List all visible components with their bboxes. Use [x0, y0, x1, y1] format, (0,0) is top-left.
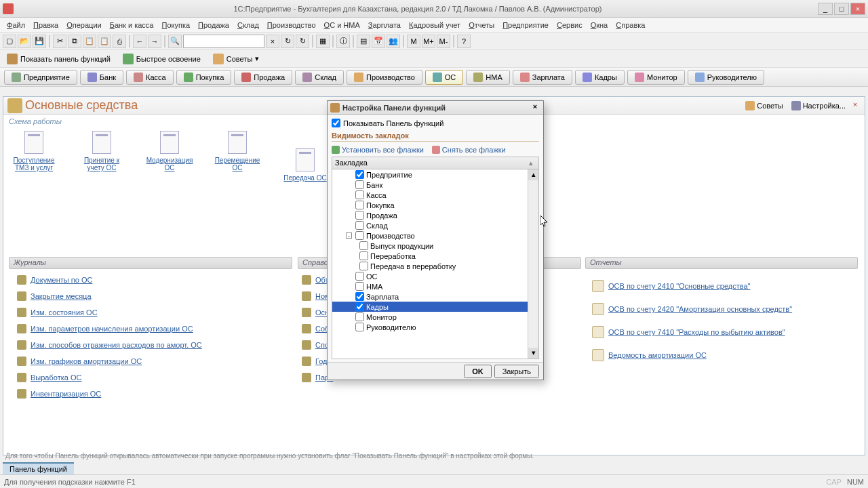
- show-panel-checkbox-row[interactable]: Показывать Панель функций: [332, 117, 539, 129]
- tree-node[interactable]: ОС: [332, 271, 538, 281]
- tips-button[interactable]: Советы ▾: [210, 52, 262, 66]
- close-page-button[interactable]: ×: [850, 100, 861, 111]
- tree-checkbox[interactable]: [359, 241, 368, 250]
- workflow-node[interactable]: Принятие к учету ОС: [78, 131, 125, 182]
- list-item[interactable]: ОСВ по счету 7410 "Расходы по выбытию ак…: [592, 321, 792, 344]
- tree-node[interactable]: НМА: [332, 281, 538, 291]
- scroll-down-button[interactable]: ▾: [528, 348, 538, 359]
- tree-node[interactable]: Зарплата: [332, 291, 538, 302]
- tree-node[interactable]: Переработка: [332, 251, 538, 261]
- panel-func-button[interactable]: Панель функций: [3, 462, 74, 474]
- calc-icon[interactable]: ▤: [357, 35, 370, 48]
- info-icon[interactable]: ⓘ: [336, 35, 350, 48]
- refresh-icon[interactable]: ↻: [281, 35, 294, 48]
- tree-checkbox[interactable]: [355, 201, 364, 209]
- tab-1[interactable]: Банк: [80, 70, 123, 85]
- workflow-node[interactable]: Модернизация ОС: [146, 131, 193, 182]
- tree-checkbox[interactable]: [355, 180, 364, 189]
- quick-start-button[interactable]: Быстрое освоение: [120, 52, 203, 66]
- paste-2-icon[interactable]: 📋: [98, 35, 111, 48]
- menu-item[interactable]: Предприятие: [498, 20, 553, 30]
- ok-button[interactable]: OK: [464, 365, 492, 378]
- m-plus-icon[interactable]: M+: [422, 35, 435, 48]
- tree-node[interactable]: Покупка: [332, 200, 538, 210]
- tab-5[interactable]: Склад: [295, 70, 344, 85]
- menu-item[interactable]: Правка: [29, 20, 62, 30]
- open-icon[interactable]: 📂: [18, 35, 31, 48]
- dialog-close-button[interactable]: ×: [530, 102, 540, 113]
- tree-node[interactable]: Касса: [332, 190, 538, 200]
- menu-item[interactable]: Зарплата: [364, 20, 405, 30]
- tree-checkbox[interactable]: [359, 262, 368, 270]
- tips-link[interactable]: Советы: [741, 100, 787, 112]
- tree-checkbox[interactable]: [355, 282, 364, 291]
- tree-scrollbar[interactable]: ▴ ▾: [528, 169, 538, 359]
- maximize-button[interactable]: □: [834, 3, 849, 15]
- menu-item[interactable]: Кадровый учет: [405, 20, 465, 30]
- list-item[interactable]: Изм. графиков амортизации ОС: [17, 353, 202, 369]
- menu-item[interactable]: Продажа: [194, 20, 233, 30]
- workflow-node[interactable]: Перемещение ОС: [214, 131, 261, 182]
- expander-icon[interactable]: -: [346, 232, 352, 239]
- search-icon[interactable]: 🔍: [168, 35, 182, 48]
- calendar-icon[interactable]: 📅: [372, 35, 385, 48]
- settings-link[interactable]: Настройка...: [787, 100, 850, 112]
- tree-node[interactable]: Передача в переработку: [332, 261, 538, 271]
- help-icon[interactable]: ?: [457, 35, 471, 48]
- list-item[interactable]: Изм. состояния ОС: [17, 304, 202, 321]
- tree-checkbox[interactable]: [359, 251, 368, 260]
- tree-checkbox[interactable]: [355, 170, 364, 179]
- list-item[interactable]: Изм. параметров начисления амортизации О…: [17, 321, 202, 337]
- copy-icon[interactable]: ⧉: [68, 35, 81, 48]
- scroll-up-icon[interactable]: ▴: [526, 159, 536, 167]
- tree-checkbox[interactable]: [355, 211, 364, 220]
- clear-search-icon[interactable]: ×: [266, 35, 279, 48]
- users-icon[interactable]: 👥: [387, 35, 400, 48]
- tree-node[interactable]: Кадры: [332, 302, 538, 312]
- m-minus-icon[interactable]: M-: [437, 35, 450, 48]
- tab-11[interactable]: Монитор: [627, 70, 685, 85]
- back-icon[interactable]: ←: [133, 35, 146, 48]
- menu-item[interactable]: Окна: [587, 20, 612, 30]
- menu-item[interactable]: Файл: [3, 20, 29, 30]
- close-button[interactable]: ×: [850, 3, 865, 15]
- tab-6[interactable]: Производство: [347, 70, 422, 85]
- column-header[interactable]: Закладка: [335, 159, 526, 167]
- list-item[interactable]: Выработка ОС: [17, 369, 202, 386]
- m-icon[interactable]: M: [407, 35, 420, 48]
- list-item[interactable]: Ведомость амортизации ОС: [592, 344, 792, 367]
- menu-item[interactable]: Операции: [62, 20, 105, 30]
- list-item[interactable]: Документы по ОС: [17, 272, 202, 288]
- menu-item[interactable]: Покупка: [157, 20, 194, 30]
- refresh-2-icon[interactable]: ↻: [296, 35, 309, 48]
- menu-item[interactable]: Сервис: [553, 20, 587, 30]
- tab-2[interactable]: Касса: [126, 70, 174, 85]
- minimize-button[interactable]: _: [818, 3, 833, 15]
- dialog-titlebar[interactable]: Настройка Панели функций ×: [328, 101, 543, 115]
- tab-10[interactable]: Кадры: [575, 70, 625, 85]
- menu-item[interactable]: Банк и касса: [106, 20, 158, 30]
- show-panel-button[interactable]: Показать панель функций: [4, 52, 113, 66]
- tree-node[interactable]: Руководителю: [332, 322, 538, 332]
- menu-item[interactable]: Производство: [263, 20, 320, 30]
- tab-3[interactable]: Покупка: [176, 70, 232, 85]
- list-item[interactable]: ОСВ по счету 2410 "Основные средства": [592, 274, 792, 298]
- tree-checkbox[interactable]: [355, 272, 364, 281]
- tab-0[interactable]: Предприятие: [4, 70, 77, 85]
- list-item[interactable]: Закрытие месяца: [17, 288, 202, 304]
- tree-checkbox[interactable]: [355, 312, 364, 321]
- close-dialog-button[interactable]: Закрыть: [494, 365, 539, 378]
- tree-node[interactable]: Склад: [332, 220, 538, 230]
- tree-node[interactable]: -Производство: [332, 230, 538, 241]
- tree-checkbox[interactable]: [355, 323, 364, 331]
- tree-node[interactable]: Банк: [332, 180, 538, 190]
- window-icon[interactable]: ▦: [316, 35, 330, 48]
- tab-7[interactable]: ОС: [425, 70, 464, 85]
- tab-8[interactable]: НМА: [466, 70, 509, 85]
- list-item[interactable]: ОСВ по счету 2420 "Амортизация основных …: [592, 298, 792, 321]
- menu-item[interactable]: ОС и НМА: [320, 20, 364, 30]
- menu-item[interactable]: Справка: [612, 20, 649, 30]
- scroll-up-button[interactable]: ▴: [528, 169, 538, 180]
- cut-icon[interactable]: ✂: [53, 35, 66, 48]
- workflow-node[interactable]: Поступление ТМЗ и услуг: [10, 131, 58, 182]
